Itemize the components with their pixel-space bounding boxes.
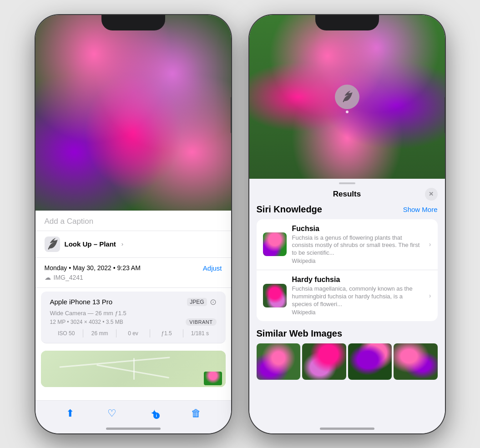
adjust-button[interactable]: Adjust: [203, 264, 222, 272]
exif-aperture: ƒ1.5: [150, 329, 183, 337]
fuchsia-source: Wikipedia: [292, 258, 424, 264]
home-indicator-right: [320, 428, 374, 430]
web-image-3[interactable]: [348, 343, 392, 380]
fuchsia-name: Fuchsia: [292, 225, 424, 233]
lookup-chevron: ›: [121, 241, 123, 247]
show-more-button[interactable]: Show More: [403, 206, 438, 213]
meta-section: Monday • May 30, 2022 • 9:23 AM Adjust ☁…: [35, 258, 231, 288]
right-phone: Results ✕ Siri Knowledge Show More: [249, 15, 445, 433]
info-button[interactable]: ✦ i: [148, 407, 161, 420]
fuchsia-info: Fuchsia Fuchsia is a genus of flowering …: [292, 225, 424, 265]
hardy-description: Fuchsia magellanica, commonly known as t…: [292, 285, 424, 308]
hardy-info: Hardy fuchsia Fuchsia magellanica, commo…: [292, 276, 424, 316]
camera-settings-icon[interactable]: ⊙: [210, 297, 217, 307]
web-image-1[interactable]: [257, 343, 301, 380]
cloud-icon: ☁: [45, 274, 51, 281]
photo-display-right[interactable]: [249, 15, 445, 179]
exif-iso: ISO 50: [50, 329, 83, 337]
results-panel: Results ✕ Siri Knowledge Show More: [249, 179, 445, 433]
web-images-section: Similar Web Images: [257, 328, 438, 380]
camera-specs: 12 MP • 3024 × 4032 • 3.5 MB: [50, 319, 123, 325]
exif-shutter: 1/181 s: [183, 329, 216, 337]
share-button[interactable]: ⬆: [64, 407, 76, 420]
caption-area[interactable]: Add a Caption: [35, 211, 231, 231]
exif-ev: 0 ev: [116, 329, 150, 337]
hardy-source: Wikipedia: [292, 309, 424, 316]
lookup-icon-wrap: [45, 237, 60, 252]
photo-date: Monday • May 30, 2022 • 9:23 AM: [45, 264, 141, 272]
hardy-chevron: ›: [429, 292, 431, 299]
filter-badge: VIBRANT: [186, 318, 216, 326]
lookup-dot: [346, 111, 349, 113]
siri-knowledge-title: Siri Knowledge: [257, 204, 322, 215]
web-image-2[interactable]: [302, 343, 346, 380]
favorite-button[interactable]: ♡: [106, 407, 118, 420]
web-image-4[interactable]: [394, 343, 438, 380]
visual-lookup-button[interactable]: [335, 85, 359, 109]
caption-placeholder: Add a Caption: [45, 217, 94, 226]
knowledge-item-hardy[interactable]: Hardy fuchsia Fuchsia magellanica, commo…: [257, 270, 438, 321]
photo-display[interactable]: [35, 15, 231, 211]
left-phone: Add a Caption Look Up – Plant › Monday •…: [35, 15, 231, 433]
filename: IMG_4241: [54, 274, 83, 281]
camera-badges: JPEG ⊙: [187, 297, 216, 307]
web-images-grid[interactable]: [257, 343, 438, 380]
fuchsia-chevron: ›: [429, 241, 431, 248]
results-header: Results ✕: [249, 184, 445, 204]
home-indicator: [106, 428, 161, 430]
siri-knowledge-header: Siri Knowledge Show More: [257, 204, 438, 215]
close-button[interactable]: ✕: [425, 188, 438, 201]
hardy-thumbnail: [263, 284, 287, 307]
exif-row: ISO 50 26 mm 0 ev ƒ1.5 1/181 s: [50, 329, 217, 337]
results-content[interactable]: Siri Knowledge Show More Fuchsia Fuchsia…: [249, 204, 445, 433]
leaf-icon: [46, 238, 59, 251]
camera-details: Wide Camera — 26 mm ƒ1.5: [50, 310, 217, 317]
camera-model: Apple iPhone 13 Pro: [50, 298, 113, 306]
exif-focal: 26 mm: [83, 329, 116, 337]
results-title: Results: [269, 190, 425, 199]
lookup-label: Look Up – Plant: [65, 240, 116, 248]
camera-section: Apple iPhone 13 Pro JPEG ⊙ Wide Camera —…: [41, 292, 226, 343]
fuchsia-description: Fuchsia is a genus of flowering plants t…: [292, 234, 424, 257]
format-badge: JPEG: [187, 298, 207, 306]
lookup-row[interactable]: Look Up – Plant ›: [35, 231, 231, 258]
knowledge-item-fuchsia[interactable]: Fuchsia Fuchsia is a genus of flowering …: [257, 219, 438, 271]
fuchsia-thumbnail: [263, 232, 287, 256]
hardy-name: Hardy fuchsia: [292, 276, 424, 284]
leaf-icon-right: [341, 91, 354, 103]
map-preview[interactable]: [41, 351, 226, 387]
web-images-title: Similar Web Images: [257, 328, 438, 339]
delete-button[interactable]: 🗑: [190, 407, 202, 420]
knowledge-card: Fuchsia Fuchsia is a genus of flowering …: [257, 219, 438, 321]
